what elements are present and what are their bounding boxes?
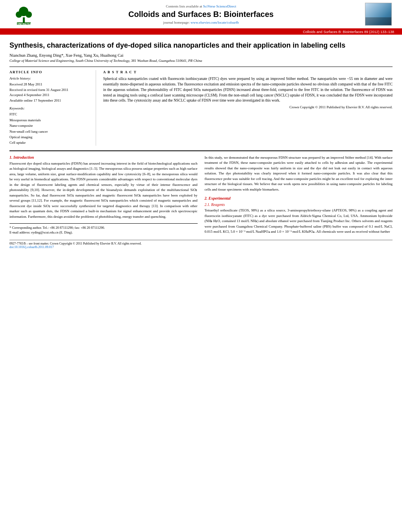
section1-title: 1. Introduction	[9, 155, 198, 159]
keywords-label: Keywords:	[9, 106, 91, 110]
svg-point-3	[16, 11, 22, 18]
keyword-nano: Nano-composite	[9, 123, 91, 128]
journal-title: Colloids and Surfaces B: Biointerfaces	[43, 10, 359, 19]
header-center: Contents lists available at SciVerse Sci…	[39, 4, 363, 24]
received-date: Received 28 May 2011	[9, 82, 91, 87]
keyword-cell-uptake: Cell uptake	[9, 140, 91, 145]
doi-link[interactable]: doi:10.1016/j.colsurfb.2011.09.017	[9, 245, 142, 249]
bottom-copyright: 0927-7765/$ – see front matter. Crown Co…	[9, 242, 142, 249]
keyword-optical: Optical imaging	[9, 134, 91, 140]
elsevier-logo-area: ELSEVIER	[8, 2, 39, 26]
affiliation: College of Material Science and Engineer…	[9, 59, 393, 63]
footnote-area: * Corresponding author. Tel.: +86 20 871…	[9, 223, 198, 235]
abstract-copyright: Crown Copyright © 2011 Published by Else…	[103, 105, 393, 109]
svg-text:ELSEVIER: ELSEVIER	[17, 22, 30, 25]
article-info-column: Article Info Article history: Received 2…	[9, 70, 96, 145]
journal-cover	[363, 2, 394, 26]
abstract-text: Spherical silica nanoparticles coated wi…	[103, 76, 393, 104]
authors: Nianchun Zhang, Enyong Ding*, Xue Feng, …	[9, 53, 393, 57]
page: ELSEVIER Contents lists available at Sci…	[0, 0, 402, 532]
intro-paragraph2: In this study, we demonstrated that the …	[205, 155, 393, 193]
content-area: Synthesis, characterizations of dye-dope…	[0, 35, 402, 255]
journal-homepage: journal homepage: www.elsevier.com/locat…	[43, 20, 359, 24]
journal-header: ELSEVIER Contents lists available at Sci…	[0, 0, 402, 29]
contents-line: Contents lists available at SciVerse Sci…	[43, 4, 359, 8]
footnote-email: E-mail address: eyding@scut.edu.cn (E. D…	[9, 230, 198, 235]
article-history-label: Article history:	[9, 76, 91, 80]
reagents-text: Tetraethyl orthosilicate (TEOS, 98%) as …	[205, 208, 393, 235]
keyword-fitc: FITC	[9, 111, 91, 117]
article-info-header: Article Info	[9, 70, 91, 74]
abstract-column: A B S T R A C T Spherical silica nanopar…	[103, 70, 393, 145]
journal-cover-image	[365, 3, 392, 26]
received-revised-date: Received in revised form 31 August 2011	[9, 87, 91, 93]
accepted-date: Accepted 4 September 2011	[9, 93, 91, 98]
body-left-column: 1. Introduction Fluorescent dye doped si…	[9, 155, 198, 235]
article-title: Synthesis, characterizations of dye-dope…	[9, 41, 393, 50]
section2-title: 2. Experimental	[205, 196, 393, 200]
keyword-nsclc: Non-small cell lung cancer	[9, 129, 91, 134]
section21-title: 2.1. Reagents	[205, 203, 393, 207]
svg-point-4	[26, 11, 32, 18]
sciverse-link[interactable]: SciVerse ScienceDirect	[203, 4, 236, 8]
article-info-abstract-section: Article Info Article history: Received 2…	[9, 67, 393, 145]
homepage-link[interactable]: www.elsevier.com/locate/colsurfb	[191, 20, 239, 24]
body-section: 1. Introduction Fluorescent dye doped si…	[9, 150, 393, 235]
footnote-corresponding: * Corresponding author. Tel.: +86 20 871…	[9, 226, 198, 230]
issue-bar: Colloids and Surfaces B: Biointerfaces 8…	[0, 29, 402, 35]
abstract-header: A B S T R A C T	[103, 70, 393, 74]
keyword-mesoporous: Mesoporous materials	[9, 117, 91, 123]
available-online-date: Available online 17 September 2011	[9, 98, 91, 104]
body-right-column: In this study, we demonstrated that the …	[205, 155, 393, 235]
intro-paragraph1: Fluorescent dye doped silica nanoparticl…	[9, 161, 198, 220]
elsevier-logo-icon: ELSEVIER	[9, 4, 39, 25]
bottom-bar: 0927-7765/$ – see front matter. Crown Co…	[9, 240, 393, 249]
